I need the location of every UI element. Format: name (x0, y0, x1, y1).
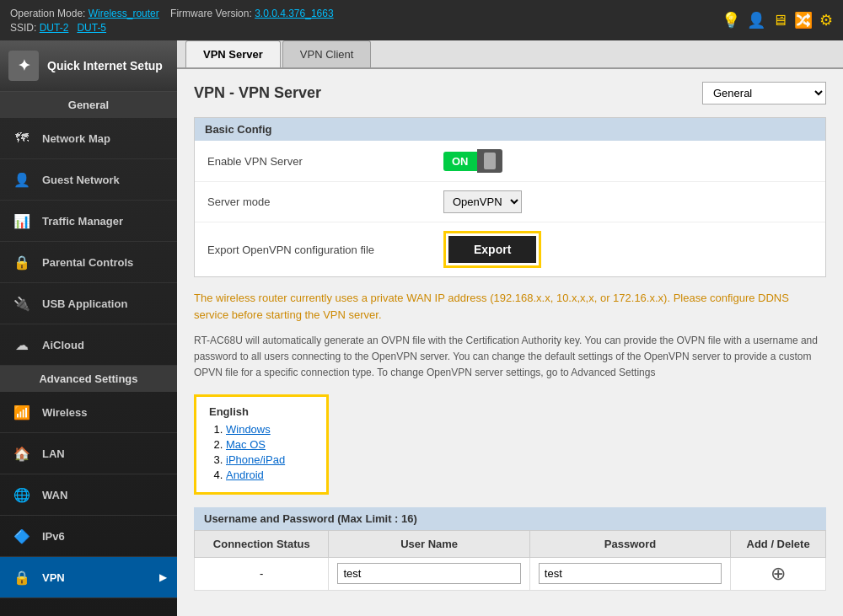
advanced-settings-section-header: Advanced Settings (0, 366, 177, 392)
list-item-windows: Windows (226, 423, 314, 436)
warning-text: The wireless router currently uses a pri… (194, 290, 826, 323)
ssid-line: SSID: DUT-2 DUT-5 (10, 22, 334, 34)
firmware-label: Firmware Version: (170, 8, 252, 19)
page-header: VPN - VPN Server General Advanced Settin… (194, 82, 826, 104)
sidebar: ✦ Quick Internet Setup General 🗺 Network… (0, 40, 177, 616)
macos-link[interactable]: Mac OS (226, 438, 266, 451)
quick-setup-label: Quick Internet Setup (47, 59, 163, 72)
credentials-table-header-row: Connection Status User Name Password Add… (195, 530, 826, 557)
sidebar-item-parental-controls[interactable]: 🔒 Parental Controls (0, 242, 177, 283)
toggle-on-label: ON (443, 152, 477, 171)
parental-controls-icon: 🔒 (10, 250, 34, 274)
row-add-delete-cell: ⊕ (731, 557, 826, 590)
sidebar-item-vpn[interactable]: 🔒 VPN (0, 557, 177, 598)
os-links-list: Windows Mac OS iPhone/iPad Android (209, 423, 314, 481)
top-bar-info: Operation Mode: Wireless_router Firmware… (10, 8, 334, 34)
enable-vpn-control: ON (443, 149, 502, 173)
top-bar-icons: 💡 👤 🖥 🔀 ⚙ (722, 11, 833, 29)
username-input[interactable] (337, 563, 520, 584)
guest-network-icon: 👤 (10, 168, 34, 191)
server-mode-control: OpenVPN PPTP (443, 190, 522, 213)
toggle-slider (477, 149, 502, 173)
col-user-name: User Name (329, 530, 529, 557)
enable-vpn-toggle[interactable]: ON (443, 149, 502, 173)
credentials-section: Username and Password (Max Limit : 16) C… (194, 507, 826, 591)
sidebar-item-label-parental-controls: Parental Controls (42, 256, 133, 269)
os-links-language: English (209, 405, 314, 418)
sidebar-item-label-wireless: Wireless (42, 406, 87, 419)
export-config-label: Export OpenVPN configuration file (207, 244, 443, 256)
ssid1[interactable]: DUT-2 (40, 22, 69, 34)
quick-internet-setup-button[interactable]: ✦ Quick Internet Setup (0, 40, 177, 92)
user-icon[interactable]: 👤 (747, 11, 765, 29)
info-text: RT-AC68U will automatically generate an … (194, 333, 826, 382)
content-body: VPN - VPN Server General Advanced Settin… (177, 69, 843, 616)
ssid-label: SSID: (10, 22, 36, 34)
page-dropdown[interactable]: General Advanced Settings (702, 82, 826, 104)
add-button[interactable]: ⊕ (771, 563, 786, 585)
credentials-table: Connection Status User Name Password Add… (194, 530, 826, 591)
sidebar-item-ipv6[interactable]: 🔷 IPv6 (0, 516, 177, 557)
export-button-highlight: Export (443, 231, 541, 268)
tab-vpn-client[interactable]: VPN Client (282, 40, 372, 67)
sidebar-item-label-lan: LAN (42, 447, 65, 460)
sidebar-item-label-usb-application: USB Application (42, 297, 127, 310)
basic-config-section: Basic Config Enable VPN Server ON Server… (194, 117, 826, 277)
network-icon[interactable]: 🖥 (772, 12, 787, 29)
table-row: - ⊕ (195, 557, 826, 590)
col-add-delete: Add / Delete (731, 530, 826, 557)
sidebar-item-label-traffic-manager: Traffic Manager (42, 215, 123, 228)
general-select[interactable]: General Advanced Settings (702, 82, 826, 104)
password-input[interactable] (539, 563, 722, 584)
android-link[interactable]: Android (226, 469, 264, 481)
col-connection-status: Connection Status (195, 530, 329, 557)
usb-application-icon: 🔌 (10, 292, 34, 315)
row-connection-status: - (195, 557, 329, 590)
sidebar-item-label-vpn: VPN (42, 571, 65, 584)
sidebar-item-lan[interactable]: 🏠 LAN (0, 433, 177, 474)
bulb-icon[interactable]: 💡 (722, 11, 740, 29)
list-item-macos: Mac OS (226, 438, 314, 451)
sidebar-item-traffic-manager[interactable]: 📊 Traffic Manager (0, 201, 177, 242)
wan-icon: 🌐 (10, 483, 34, 506)
server-mode-select[interactable]: OpenVPN PPTP (443, 190, 522, 213)
sidebar-item-wireless[interactable]: 📶 Wireless (0, 392, 177, 433)
power-icon[interactable]: ⚙ (819, 11, 833, 29)
tab-vpn-server[interactable]: VPN Server (185, 40, 281, 67)
credentials-header: Username and Password (Max Limit : 16) (194, 507, 826, 530)
operation-mode-line: Operation Mode: Wireless_router Firmware… (10, 8, 334, 19)
export-config-control: Export (443, 231, 541, 268)
sidebar-item-network-map[interactable]: 🗺 Network Map (0, 118, 177, 159)
windows-link[interactable]: Windows (226, 423, 271, 436)
main-layout: ✦ Quick Internet Setup General 🗺 Network… (0, 40, 843, 616)
ipv6-icon: 🔷 (10, 524, 34, 548)
server-mode-label: Server mode (207, 196, 443, 208)
general-section-header: General (0, 92, 177, 118)
ssid2[interactable]: DUT-5 (77, 22, 106, 34)
network-map-icon: 🗺 (10, 126, 34, 150)
export-button[interactable]: Export (448, 236, 536, 263)
sidebar-item-usb-application[interactable]: 🔌 USB Application (0, 283, 177, 324)
iphone-ipad-link[interactable]: iPhone/iPad (226, 453, 285, 466)
share-icon[interactable]: 🔀 (794, 11, 813, 29)
sidebar-item-label-aicloud: AiCloud (42, 339, 84, 351)
enable-vpn-label: Enable VPN Server (207, 155, 443, 168)
list-item-android: Android (226, 469, 314, 481)
sidebar-item-wan[interactable]: 🌐 WAN (0, 474, 177, 516)
quick-setup-icon: ✦ (8, 51, 39, 81)
list-item-iphone-ipad: iPhone/iPad (226, 453, 314, 466)
sidebar-item-label-wan: WAN (42, 489, 67, 501)
row-username-cell (329, 557, 529, 590)
firmware-value[interactable]: 3.0.0.4.376_1663 (255, 8, 333, 19)
sidebar-item-guest-network[interactable]: 👤 Guest Network (0, 159, 177, 201)
tab-bar: VPN Server VPN Client (177, 40, 843, 69)
basic-config-header: Basic Config (195, 118, 825, 141)
sidebar-item-label-ipv6: IPv6 (42, 530, 65, 543)
operation-mode-value[interactable]: Wireless_router (89, 8, 159, 19)
content-area: VPN Server VPN Client VPN - VPN Server G… (177, 40, 843, 616)
traffic-manager-icon: 📊 (10, 209, 34, 233)
wireless-icon: 📶 (10, 400, 34, 424)
export-config-row: Export OpenVPN configuration file Export (195, 222, 825, 276)
operation-mode-label: Operation Mode: (10, 8, 85, 19)
sidebar-item-aicloud[interactable]: ☁ AiCloud (0, 324, 177, 366)
